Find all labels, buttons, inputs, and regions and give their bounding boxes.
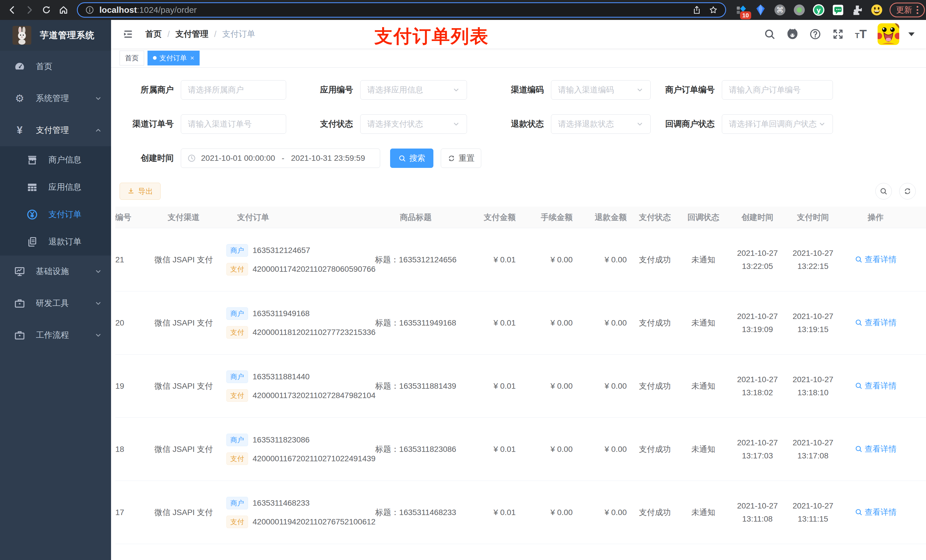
sidebar-item-refund-order[interactable]: 退款订单 <box>0 228 111 255</box>
extension-password-icon[interactable]: 10 <box>733 2 749 18</box>
merchant-order-number: 1635311949168 <box>253 309 310 318</box>
search-icon[interactable] <box>764 28 776 40</box>
breadcrumb-pay-mgmt[interactable]: 支付管理 <box>176 29 209 40</box>
sidebar-item-home[interactable]: 首页 <box>0 51 111 83</box>
view-detail-link[interactable]: 查看详情 <box>855 254 897 265</box>
notify-status-select[interactable]: 请选择订单回调商户状态 <box>722 115 833 134</box>
help-icon[interactable] <box>809 28 821 40</box>
tab-pay-order[interactable]: 支付订单 × <box>147 51 200 65</box>
table-row: 20 微信 JSAPI 支付 商户 1635311949168 支付 42000… <box>115 291 926 355</box>
search-button[interactable]: 搜索 <box>390 148 433 168</box>
cell-fee: ¥ 0.00 <box>520 255 576 264</box>
merchant-tag: 商户 <box>226 434 248 446</box>
browser-menu-icon[interactable] <box>917 6 918 14</box>
chevron-down-icon <box>95 95 102 102</box>
sidebar-item-pay-order[interactable]: 支付订单 <box>0 201 111 228</box>
magnifier-icon <box>855 255 862 263</box>
filter-label: 所属商户 <box>120 84 174 96</box>
top-navbar: 首页 / 支付管理 / 支付订单 支付订单列表 TT <box>111 20 926 48</box>
view-detail-link[interactable]: 查看详情 <box>855 444 897 454</box>
extension-gem-icon[interactable] <box>752 2 769 18</box>
sidebar-item-infrastructure[interactable]: 基础设施 <box>0 255 111 287</box>
cell-channel: 微信 JSAPI 支付 <box>141 254 226 265</box>
extensions-puzzle-icon[interactable] <box>849 2 865 18</box>
browser-update-button[interactable]: 更新 <box>890 3 925 17</box>
col-fee: 手续金额 <box>520 212 576 223</box>
channel-code-select[interactable]: 请输入渠道编码 <box>551 80 651 100</box>
breadcrumb-home[interactable]: 首页 <box>145 29 162 40</box>
cell-paid-time: 2021-10-2713:19:15 <box>787 310 838 336</box>
extension-recorder-icon[interactable] <box>791 2 808 18</box>
address-bar[interactable]: localhost:1024/pay/order <box>77 2 726 18</box>
export-button[interactable]: 导出 <box>120 183 160 200</box>
sidebar-item-dev-tools[interactable]: 研发工具 <box>0 287 111 319</box>
sidebar-item-system[interactable]: ⚙ 系统管理 <box>0 83 111 115</box>
refund-status-select[interactable]: 请选择退款状态 <box>551 115 651 134</box>
font-size-icon[interactable]: TT <box>855 29 867 40</box>
browser-toolbar: localhost:1024/pay/order 10 更新 <box>0 0 926 20</box>
cell-title: 标题：1635311468233 <box>369 507 463 518</box>
bookmark-star-icon[interactable] <box>709 5 718 15</box>
cell-amount: ¥ 0.01 <box>463 382 520 391</box>
pay-status-select[interactable]: 请选择支付状态 <box>360 115 467 134</box>
channel-order-no-input[interactable] <box>181 115 286 134</box>
sidebar-toggle-icon[interactable] <box>123 29 134 40</box>
cell-created-time: 2021-10-2713:17:03 <box>728 436 787 462</box>
view-detail-link[interactable]: 查看详情 <box>855 507 897 518</box>
pay-tag: 支付 <box>226 263 248 275</box>
store-icon <box>26 154 39 166</box>
app-logo[interactable]: 芋道管理系统 <box>0 20 111 51</box>
create-time-range-input[interactable]: 2021-10-01 00:00:00 - 2021-10-31 23:59:5… <box>181 148 380 168</box>
merchant-order-no-input[interactable] <box>722 80 833 100</box>
cell-channel: 微信 JSAPI 支付 <box>141 381 226 391</box>
chevron-down-icon <box>636 120 643 128</box>
browser-reload-button[interactable] <box>39 2 54 18</box>
merchant-tag: 商户 <box>226 370 248 383</box>
extension-y-logo-icon[interactable] <box>810 2 827 18</box>
avatar-caret-icon[interactable] <box>908 32 915 36</box>
cell-status: 支付成功 <box>631 381 679 391</box>
filter-label: 应用编号 <box>286 84 353 96</box>
browser-home-button[interactable] <box>56 2 71 18</box>
tab-home[interactable]: 首页 <box>120 51 144 65</box>
avatar[interactable] <box>878 23 899 45</box>
document-icon <box>26 236 39 248</box>
merchant-input[interactable] <box>181 80 286 100</box>
sidebar-item-workflow[interactable]: 工作流程 <box>0 319 111 351</box>
merchant-tag: 商户 <box>226 244 248 257</box>
share-icon[interactable] <box>692 5 701 15</box>
breadcrumb-pay-order: 支付订单 <box>222 29 255 40</box>
sidebar-item-merchant-info[interactable]: 商户信息 <box>0 146 111 174</box>
extension-chat-icon[interactable] <box>830 2 846 18</box>
cell-amount: ¥ 0.01 <box>463 445 520 454</box>
filter-row-2: 渠道订单号 支付状态 请选择支付状态 退款状态 请选择退款状态 回调商户状态 请… <box>120 115 926 134</box>
close-icon[interactable]: × <box>190 54 194 62</box>
extension-command-icon[interactable] <box>772 2 788 18</box>
browser-forward-button[interactable] <box>22 2 37 18</box>
pay-tag: 支付 <box>226 326 248 339</box>
browser-back-button[interactable] <box>5 2 20 18</box>
github-icon[interactable] <box>787 28 799 40</box>
extension-emoji-icon[interactable] <box>869 2 885 18</box>
app-select[interactable]: 请选择应用信息 <box>360 80 467 100</box>
col-actions: 操作 <box>838 212 912 223</box>
site-info-icon[interactable] <box>85 5 94 15</box>
show-search-button[interactable] <box>875 183 892 199</box>
merchant-tag: 商户 <box>226 307 248 320</box>
fullscreen-icon[interactable] <box>832 28 844 40</box>
sidebar-item-app-info[interactable]: 应用信息 <box>0 174 111 201</box>
view-detail-link[interactable]: 查看详情 <box>855 317 897 328</box>
reset-button[interactable]: 重置 <box>441 148 481 168</box>
gear-icon: ⚙ <box>13 93 26 104</box>
view-detail-link[interactable]: 查看详情 <box>855 380 897 391</box>
refresh-table-button[interactable] <box>899 183 916 199</box>
table-row: 18 微信 JSAPI 支付 商户 1635311823086 支付 42000… <box>115 418 926 481</box>
magnifier-icon <box>855 508 862 516</box>
pay-order-number: 4200001167202110271022491439 <box>253 454 375 463</box>
breadcrumb: 首页 / 支付管理 / 支付订单 <box>145 29 255 40</box>
sidebar-item-payment[interactable]: ¥ 支付管理 <box>0 115 111 146</box>
pay-tag: 支付 <box>226 516 248 528</box>
cell-title: 标题：1635311949168 <box>369 318 463 328</box>
table-row: 17 微信 JSAPI 支付 商户 1635311468233 支付 42000… <box>115 481 926 544</box>
table-row: 21 微信 JSAPI 支付 商户 1635312124657 支付 42000… <box>115 228 926 291</box>
